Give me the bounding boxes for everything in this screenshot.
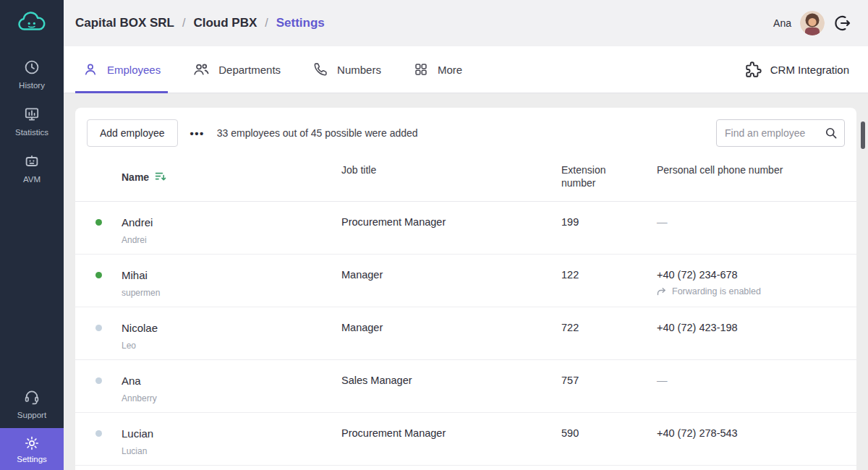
crm-integration-button[interactable]: CRM Integration — [744, 46, 849, 93]
breadcrumb-settings[interactable]: Settings — [276, 16, 325, 30]
sidebar-item-history[interactable]: History — [0, 59, 64, 90]
status-cell — [75, 413, 122, 465]
employee-phone: +40 (72) 278-543 — [657, 427, 856, 439]
employee-name: Ana — [122, 375, 341, 387]
employee-job-title: Procurement Manager — [341, 413, 561, 465]
sidebar-item-settings[interactable]: Settings — [0, 428, 64, 470]
employee-login: Leo — [122, 341, 341, 351]
forwarding-note: Forwarding is enabled — [657, 286, 856, 296]
employee-login: Annberry — [122, 393, 341, 403]
employee-name: Andrei — [122, 216, 341, 228]
tab-numbers[interactable]: Numbers — [305, 46, 388, 93]
breadcrumb-separator: / — [182, 17, 185, 30]
avatar — [800, 11, 825, 35]
name-cell: Lucian Lucian — [122, 413, 341, 465]
tab-label: Employees — [107, 64, 161, 76]
forwarding-icon — [657, 287, 667, 296]
logout-button[interactable] — [833, 14, 852, 33]
phone-cell: — — [657, 360, 856, 412]
employee-job-title: Manager — [341, 255, 561, 307]
breadcrumb-company[interactable]: Capital BOX SRL — [75, 16, 174, 30]
grid-icon — [413, 61, 429, 77]
name-cell: Andrei Andrei — [122, 202, 341, 254]
crm-label: CRM Integration — [770, 64, 849, 76]
sidebar-item-label: History — [19, 81, 45, 90]
table-row[interactable]: Nicolae Leo Manager 722 +40 (72) 423-198 — [75, 307, 856, 360]
status-column-spacer — [75, 164, 122, 201]
search-input[interactable] — [716, 119, 845, 147]
logout-icon — [833, 14, 852, 33]
employee-name: Lucian — [122, 427, 341, 440]
phone-icon — [312, 61, 328, 77]
people-icon — [192, 61, 210, 78]
tab-employees[interactable]: Employees — [75, 46, 168, 93]
status-dot — [95, 430, 102, 437]
sidebar-item-support[interactable]: Support — [0, 388, 64, 419]
status-dot — [95, 272, 102, 278]
employee-extension: 590 — [561, 413, 657, 465]
status-cell — [75, 360, 122, 412]
app-window: History Statistics AVM — [0, 0, 868, 470]
column-header-phone: Personal cell phone number — [657, 164, 856, 201]
sidebar-item-statistics[interactable]: Statistics — [0, 106, 64, 137]
column-label: Name — [122, 171, 149, 183]
tab-label: Numbers — [337, 64, 381, 76]
add-employee-button[interactable]: Add employee — [87, 119, 178, 147]
employee-login: Lucian — [122, 446, 341, 456]
table-row[interactable]: Mihai supermen Manager 122 +40 (72) 234-… — [75, 255, 856, 307]
headset-icon — [23, 388, 41, 406]
employee-phone: +40 (72) 234-678 — [657, 269, 856, 281]
sidebar-item-label: AVM — [23, 175, 41, 184]
tab-departments[interactable]: Departments — [185, 46, 288, 93]
tab-label: More — [438, 64, 462, 76]
column-header-name[interactable]: Name — [122, 164, 341, 201]
table-row[interactable]: Andrei Andrei Procurement Manager 199 — — [75, 202, 856, 255]
column-header-extension: Extension number — [561, 164, 622, 201]
employee-name: Mihai — [122, 269, 341, 281]
name-cell: Mihai supermen — [122, 255, 341, 307]
employee-extension: 199 — [561, 202, 657, 254]
employee-phone: — — [657, 375, 856, 386]
status-dot — [95, 219, 102, 226]
scrollbar-thumb[interactable] — [861, 121, 865, 149]
employee-name: Nicolae — [122, 322, 341, 334]
column-header-job-title: Job title — [341, 164, 561, 201]
employee-phone: +40 (72) 423-198 — [657, 322, 856, 333]
phone-cell: — — [657, 202, 856, 254]
sidebar-item-label: Support — [17, 411, 46, 419]
table-row[interactable]: Lucian Lucian Procurement Manager 590 +4… — [75, 413, 856, 466]
table-body: Andrei Andrei Procurement Manager 199 — … — [75, 202, 856, 466]
status-cell — [75, 307, 122, 359]
more-options-button[interactable]: ••• — [189, 124, 206, 142]
employee-extension: 122 — [561, 255, 657, 307]
tab-bar: Employees Departments Numbers — [64, 46, 868, 93]
breadcrumb-cloud-pbx[interactable]: Cloud PBX — [193, 16, 257, 30]
employee-login: supermen — [122, 288, 341, 298]
name-cell: Nicolae Leo — [122, 307, 341, 359]
tab-label: Departments — [218, 64, 281, 76]
user-menu[interactable]: Ana — [773, 11, 825, 35]
sort-icon — [155, 171, 166, 182]
brand-logo[interactable] — [15, 8, 48, 40]
bar-chart-icon — [23, 106, 41, 123]
cloud-robot-logo-icon — [15, 8, 48, 37]
tab-more[interactable]: More — [406, 46, 469, 93]
status-cell — [75, 202, 122, 254]
status-cell — [75, 255, 122, 307]
sidebar-item-label: Statistics — [15, 128, 48, 137]
employee-job-title: Manager — [341, 307, 561, 359]
robot-icon — [23, 153, 41, 170]
sidebar-item-avm[interactable]: AVM — [0, 153, 64, 184]
sidebar: History Statistics AVM — [0, 0, 64, 470]
top-bar: Capital BOX SRL / Cloud PBX / Settings A… — [64, 0, 868, 46]
employee-job-title: Sales Manager — [341, 360, 561, 412]
toolbar: Add employee ••• 33 employees out of 45 … — [75, 108, 856, 155]
breadcrumb-separator: / — [265, 17, 268, 30]
employee-extension: 722 — [561, 307, 657, 359]
table-row[interactable]: Ana Annberry Sales Manager 757 — — [75, 360, 856, 413]
gear-icon — [24, 435, 40, 451]
forwarding-label: Forwarding is enabled — [672, 286, 761, 296]
employee-login: Andrei — [122, 235, 341, 245]
phone-cell: +40 (72) 234-678 Forwarding is enabled — [657, 255, 856, 307]
status-dot — [95, 325, 102, 331]
